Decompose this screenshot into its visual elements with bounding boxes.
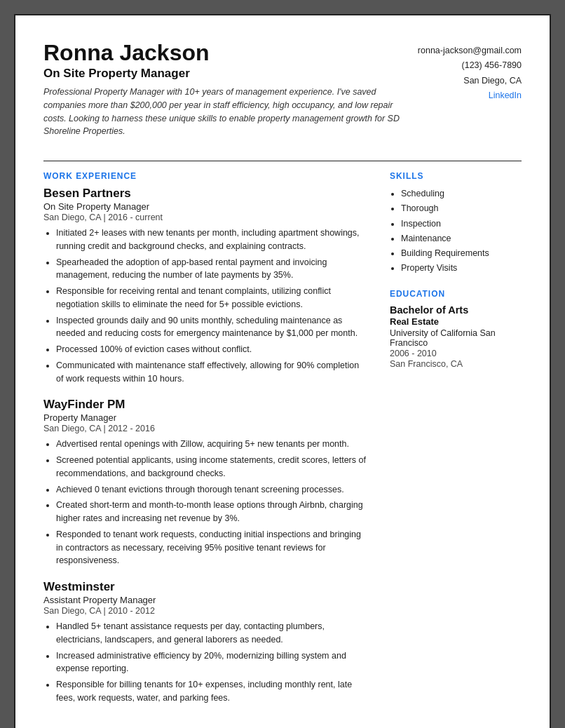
edu-field: Real Estate bbox=[390, 316, 522, 327]
bullet-item: Initiated 2+ leases with new tenants per… bbox=[56, 227, 367, 253]
location-date-westminster: San Diego, CA | 2010 - 2012 bbox=[43, 606, 367, 616]
bullet-item: Increased administrative efficiency by 2… bbox=[56, 649, 367, 676]
bullet-item: Achieved 0 tenant evictions through thor… bbox=[56, 483, 367, 497]
skills-title: SKILLS bbox=[390, 171, 522, 181]
edu-location: San Francisco, CA bbox=[390, 359, 522, 369]
job-title-besen: On Site Property Manager bbox=[43, 201, 367, 212]
bullet-item: Processed 100% of eviction cases without… bbox=[56, 343, 367, 356]
bullet-item: Handled 5+ tenant assistance requests pe… bbox=[56, 620, 367, 647]
bullet-item: Responsible for receiving rental and ten… bbox=[56, 285, 367, 311]
bullet-item: Spearheaded the adoption of app-based re… bbox=[56, 256, 367, 283]
skill-item: Thorough bbox=[401, 201, 522, 216]
job-title-westminster: Assistant Property Manager bbox=[43, 595, 367, 605]
left-column: WORK EXPERIENCE Besen Partners On Site P… bbox=[43, 171, 367, 717]
linkedin-link[interactable]: LinkedIn bbox=[489, 90, 522, 100]
bullet-item: Responsible for billing tenants for 10+ … bbox=[56, 678, 367, 705]
bullets-wayfinder: Advertised rental openings with Zillow, … bbox=[43, 438, 367, 567]
bullet-item: Created short-term and month-to-month le… bbox=[56, 499, 367, 525]
bullet-item: Communicated with maintenance staff effe… bbox=[56, 359, 367, 386]
bullet-item: Screened potential applicants, using inc… bbox=[56, 454, 367, 480]
contact-info: ronna-jackson@gmail.com (123) 456-7890 S… bbox=[418, 41, 522, 103]
work-entry-wayfinder: WayFinder PM Property Manager San Diego,… bbox=[43, 398, 367, 567]
bullets-westminster: Handled 5+ tenant assistance requests pe… bbox=[43, 620, 367, 705]
work-entry-besen: Besen Partners On Site Property Manager … bbox=[43, 187, 367, 385]
header-divider bbox=[43, 161, 522, 161]
skill-item: Scheduling bbox=[401, 187, 522, 201]
right-column: SKILLS Scheduling Thorough Inspection Ma… bbox=[390, 171, 522, 717]
work-entry-westminster: Westminster Assistant Property Manager S… bbox=[43, 580, 367, 705]
candidate-title: On Site Property Manager bbox=[43, 67, 415, 81]
edu-school: University of California San Francisco bbox=[390, 328, 522, 348]
location-date-besen: San Diego, CA | 2016 - current bbox=[43, 213, 367, 222]
skill-item: Maintenance bbox=[401, 231, 522, 246]
candidate-summary: Professional Property Manager with 10+ y… bbox=[43, 86, 415, 138]
bullets-besen: Initiated 2+ leases with new tenants per… bbox=[43, 227, 367, 385]
company-besen: Besen Partners bbox=[43, 187, 367, 201]
resume-page: Ronna Jackson On Site Property Manager P… bbox=[14, 14, 551, 728]
main-body: WORK EXPERIENCE Besen Partners On Site P… bbox=[43, 171, 522, 717]
company-westminster: Westminster bbox=[43, 580, 367, 594]
bullet-item: Inspected grounds daily and 90 units mon… bbox=[56, 314, 367, 341]
location-date-wayfinder: San Diego, CA | 2012 - 2016 bbox=[43, 424, 367, 433]
skill-item: Inspection bbox=[401, 217, 522, 231]
contact-phone: (123) 456-7890 bbox=[418, 58, 522, 73]
bullet-item: Advertised rental openings with Zillow, … bbox=[56, 438, 367, 451]
candidate-name: Ronna Jackson bbox=[43, 41, 415, 65]
skills-list: Scheduling Thorough Inspection Maintenan… bbox=[390, 187, 522, 276]
skill-item: Building Requirements bbox=[401, 246, 522, 261]
job-title-wayfinder: Property Manager bbox=[43, 412, 367, 423]
contact-email: ronna-jackson@gmail.com bbox=[418, 43, 522, 58]
company-wayfinder: WayFinder PM bbox=[43, 398, 367, 412]
header-left: Ronna Jackson On Site Property Manager P… bbox=[43, 41, 415, 138]
contact-location: San Diego, CA bbox=[418, 74, 522, 88]
edu-degree: Bachelor of Arts bbox=[390, 304, 522, 316]
bullet-item: Responded to tenant work requests, condu… bbox=[56, 528, 367, 567]
skill-item: Property Visits bbox=[401, 261, 522, 276]
resume-header: Ronna Jackson On Site Property Manager P… bbox=[43, 41, 522, 138]
work-experience-title: WORK EXPERIENCE bbox=[43, 171, 367, 181]
edu-years: 2006 - 2010 bbox=[390, 349, 522, 358]
education-title: EDUCATION bbox=[390, 289, 522, 299]
